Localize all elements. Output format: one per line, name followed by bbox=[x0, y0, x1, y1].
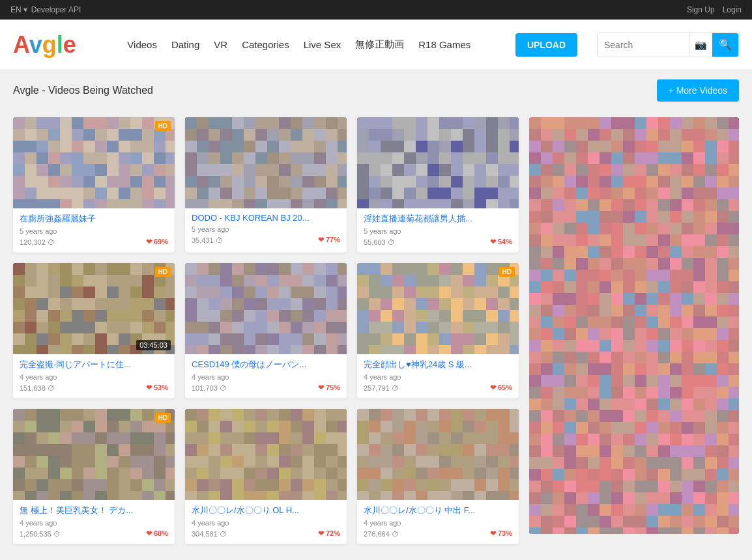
video-age: 4 years ago bbox=[364, 373, 512, 381]
video-views: 101,703 ⏱ bbox=[192, 384, 227, 392]
nav-livesex[interactable]: Live Sex bbox=[304, 39, 341, 50]
video-card-1[interactable]: HD在廁所強姦羅麗妹子5 years ago120,302 ⏱❤ 69% bbox=[13, 117, 175, 253]
video-thumb-7: HD bbox=[13, 409, 175, 500]
nav-videos[interactable]: Videos bbox=[127, 39, 157, 50]
more-videos-button[interactable]: + More Videos bbox=[657, 79, 739, 102]
video-age: 4 years ago bbox=[364, 519, 512, 527]
duration-badge: 03:45:03 bbox=[136, 340, 171, 350]
login-link[interactable]: Login bbox=[723, 5, 742, 14]
upload-button[interactable]: UPLOAD bbox=[515, 33, 577, 57]
header: Avgle Videos Dating VR Categories Live S… bbox=[0, 20, 752, 70]
camera-search-button[interactable]: 📷 bbox=[689, 33, 712, 57]
video-title: 水川〇〇レ/水〇〇り 中出 F... bbox=[364, 505, 512, 516]
nav-vr[interactable]: VR bbox=[214, 39, 227, 50]
lang-chevron: ▾ bbox=[23, 5, 27, 14]
video-age: 4 years ago bbox=[192, 373, 340, 381]
video-title: 淫娃直播連菊花都讓男人插... bbox=[364, 213, 512, 225]
title-bar: Avgle - Videos Being Watched + More Vide… bbox=[0, 70, 752, 111]
developer-api-link[interactable]: Developer API bbox=[31, 5, 81, 14]
search-icon: 🔍 bbox=[719, 39, 732, 50]
video-likes: ❤ 68% bbox=[146, 529, 168, 538]
video-title: 完全顔出し♥神乳24歳 S 級... bbox=[364, 359, 512, 371]
video-likes: ❤ 77% bbox=[318, 236, 340, 244]
video-title: 無 極上！美巨乳美女！ デカ... bbox=[20, 505, 168, 516]
topbar-right: Sign Up Login bbox=[687, 5, 742, 14]
video-title: 水川〇〇レ/水〇〇り OL H... bbox=[192, 505, 340, 516]
thumb-canvas-8 bbox=[185, 409, 347, 500]
video-age: 5 years ago bbox=[20, 227, 168, 235]
sign-up-link[interactable]: Sign Up bbox=[687, 5, 715, 14]
nav-japanese[interactable]: 無修正動画 bbox=[355, 38, 404, 51]
video-title: 在廁所強姦羅麗妹子 bbox=[20, 213, 168, 225]
thumb-canvas-2 bbox=[185, 117, 347, 208]
search-input[interactable] bbox=[598, 40, 689, 50]
video-views: 1,250,535 ⏱ bbox=[20, 530, 61, 538]
hd-badge: HD bbox=[155, 121, 171, 131]
ad-canvas bbox=[529, 117, 739, 534]
nav-r18[interactable]: R18 Games bbox=[418, 39, 470, 50]
hd-badge: HD bbox=[499, 267, 515, 277]
video-views: 120,302 ⏱ bbox=[20, 238, 55, 246]
video-likes: ❤ 72% bbox=[318, 529, 340, 538]
video-age: 4 years ago bbox=[192, 519, 340, 527]
video-views: 257,791 ⏱ bbox=[364, 384, 399, 392]
thumb-canvas-5 bbox=[185, 263, 347, 354]
video-thumb-4: HD03:45:03 bbox=[13, 263, 175, 354]
logo-a: A bbox=[13, 31, 29, 58]
video-thumb-2 bbox=[185, 117, 347, 208]
video-likes: ❤ 53% bbox=[146, 384, 168, 392]
hd-badge: HD bbox=[155, 267, 171, 277]
video-age: 4 years ago bbox=[20, 373, 168, 381]
logo[interactable]: Avgle bbox=[13, 31, 76, 59]
video-likes: ❤ 69% bbox=[146, 238, 168, 246]
logo-l: l bbox=[57, 31, 63, 58]
topbar-left: EN ▾ Developer API bbox=[10, 5, 81, 14]
video-card-3[interactable]: 淫娃直播連菊花都讓男人插...5 years ago55,683 ⏱❤ 54% bbox=[357, 117, 519, 253]
page-title: Avgle - Videos Being Watched bbox=[13, 85, 153, 96]
video-likes: ❤ 75% bbox=[318, 384, 340, 392]
lang-selector[interactable]: EN ▾ bbox=[10, 5, 27, 14]
content: HD在廁所強姦羅麗妹子5 years ago120,302 ⏱❤ 69%DODO… bbox=[0, 111, 752, 551]
search-box: 📷 🔍 bbox=[597, 33, 739, 57]
logo-e: e bbox=[63, 31, 76, 58]
thumb-canvas-9 bbox=[357, 409, 519, 500]
video-title: CESD149 僕の母はノーパン... bbox=[192, 359, 340, 371]
video-age: 5 years ago bbox=[364, 227, 512, 235]
video-thumb-8 bbox=[185, 409, 347, 500]
video-card-4[interactable]: HD03:45:03完全盗撮-同じアパートに住...4 years ago151… bbox=[13, 263, 175, 399]
main-nav: Videos Dating VR Categories Live Sex 無修正… bbox=[102, 38, 496, 51]
video-age: 4 years ago bbox=[20, 519, 168, 527]
thumb-canvas-7 bbox=[13, 409, 175, 500]
video-title: 完全盗撮-同じアパートに住... bbox=[20, 359, 168, 371]
video-thumb-1: HD bbox=[13, 117, 175, 208]
video-age: 5 years ago bbox=[192, 225, 340, 233]
ad-panel[interactable] bbox=[529, 117, 739, 534]
nav-categories[interactable]: Categories bbox=[242, 39, 289, 50]
video-thumb-9 bbox=[357, 409, 519, 500]
video-thumb-6: HD bbox=[357, 263, 519, 354]
nav-dating[interactable]: Dating bbox=[171, 39, 199, 50]
lang-label: EN bbox=[10, 5, 22, 14]
topbar: EN ▾ Developer API Sign Up Login bbox=[0, 0, 752, 20]
video-card-2[interactable]: DODO - KBJ KOREAN BJ 20...5 years ago35,… bbox=[185, 117, 347, 253]
video-card-8[interactable]: 水川〇〇レ/水〇〇り OL H...4 years ago304,581 ⏱❤ … bbox=[185, 409, 347, 544]
thumb-canvas-3 bbox=[357, 117, 519, 208]
video-views: 304,581 ⏱ bbox=[192, 530, 227, 538]
logo-g: g bbox=[42, 31, 57, 58]
logo-v: v bbox=[29, 31, 42, 58]
search-submit-button[interactable]: 🔍 bbox=[712, 33, 738, 57]
video-views: 276,664 ⏱ bbox=[364, 530, 399, 538]
hd-badge: HD bbox=[155, 413, 171, 423]
video-views: 151,638 ⏱ bbox=[20, 384, 55, 392]
video-views: 35,431 ⏱ bbox=[192, 236, 223, 244]
video-card-7[interactable]: HD無 極上！美巨乳美女！ デカ...4 years ago1,250,535 … bbox=[13, 409, 175, 544]
camera-icon: 📷 bbox=[695, 39, 707, 50]
video-likes: ❤ 54% bbox=[490, 238, 512, 246]
video-views: 55,683 ⏱ bbox=[364, 238, 395, 246]
thumb-canvas-6 bbox=[357, 263, 519, 354]
video-likes: ❤ 65% bbox=[490, 384, 512, 392]
video-card-5[interactable]: CESD149 僕の母はノーパン...4 years ago101,703 ⏱❤… bbox=[185, 263, 347, 399]
video-card-6[interactable]: HD完全顔出し♥神乳24歳 S 級...4 years ago257,791 ⏱… bbox=[357, 263, 519, 399]
video-likes: ❤ 73% bbox=[490, 529, 512, 538]
video-card-9[interactable]: 水川〇〇レ/水〇〇り 中出 F...4 years ago276,664 ⏱❤ … bbox=[357, 409, 519, 544]
